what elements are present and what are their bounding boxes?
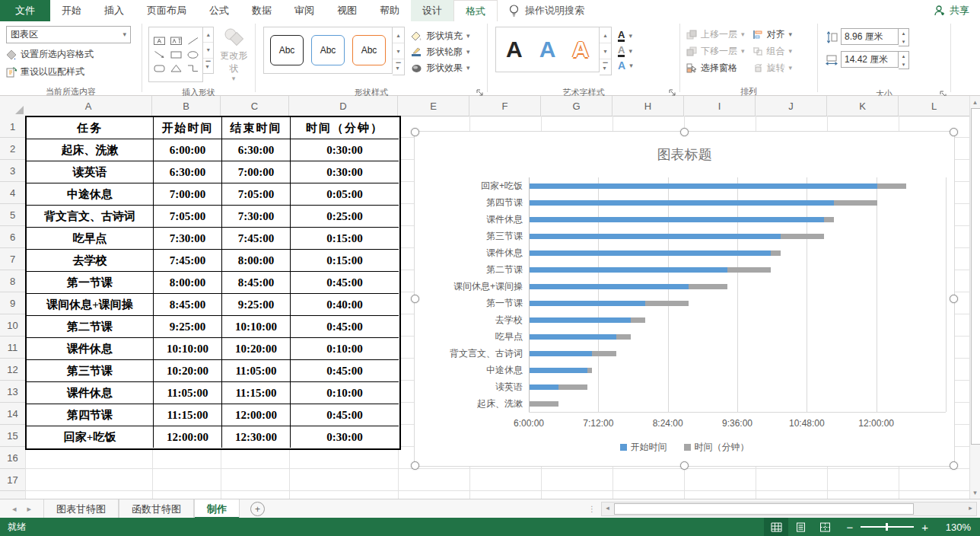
shape-height-stepper[interactable]: ▴▾: [899, 28, 909, 46]
gallery-up-icon[interactable]: ▴: [600, 27, 611, 43]
column-header-L[interactable]: L: [899, 96, 970, 116]
table-cell[interactable]: 8:45:00: [154, 294, 222, 316]
table-cell[interactable]: 0:15:00: [291, 250, 399, 272]
legend-item[interactable]: 开始时间: [620, 441, 667, 454]
bar-start-time[interactable]: [530, 351, 592, 356]
table-cell[interactable]: 6:30:00: [222, 139, 291, 161]
table-cell[interactable]: 11:15:00: [154, 404, 222, 426]
text-fill-button[interactable]: A ▾: [618, 30, 633, 42]
row-header-18[interactable]: 18: [0, 491, 26, 499]
table-header-cell[interactable]: 开始时间: [154, 117, 222, 139]
table-cell[interactable]: 12:00:00: [222, 404, 291, 426]
table-cell[interactable]: 背文言文、古诗词: [27, 206, 154, 228]
table-cell[interactable]: 0:30:00: [291, 426, 399, 448]
chart-title[interactable]: 图表标题: [415, 145, 954, 164]
gantt-chart-object[interactable]: 图表标题起床、洗漱读英语中途休息背文言文、古诗词吃早点去学校第一节课课间休息+课…: [414, 131, 955, 467]
shapes-gallery-scroll[interactable]: ▴ ▾ ▔▾: [203, 27, 214, 74]
scroll-left-icon[interactable]: ◂: [603, 504, 612, 512]
table-cell[interactable]: 回家+吃饭: [27, 426, 154, 448]
legend-item[interactable]: 时间（分钟）: [684, 441, 749, 454]
ribbon-tab-设计[interactable]: 设计: [411, 0, 453, 21]
bar-duration[interactable]: [592, 351, 616, 356]
insert-shape-vertical-textbox-icon[interactable]: [167, 34, 184, 48]
wordart-preset-1[interactable]: A: [498, 38, 530, 61]
table-cell[interactable]: 9:25:00: [154, 316, 222, 338]
column-header-J[interactable]: J: [756, 96, 827, 116]
insert-shape-textbox-icon[interactable]: [151, 34, 167, 48]
table-cell[interactable]: 8:00:00: [222, 250, 291, 272]
table-cell[interactable]: 0:10:00: [291, 382, 399, 404]
table-cell[interactable]: 0:45:00: [291, 316, 399, 338]
gallery-more-icon[interactable]: ▔▾: [393, 59, 404, 75]
chart-elements-dropdown[interactable]: 图表区 ▾: [6, 26, 131, 43]
bar-start-time[interactable]: [530, 217, 824, 222]
row-header-5[interactable]: 5: [0, 204, 26, 226]
table-cell[interactable]: 0:30:00: [291, 139, 399, 161]
vertical-scrollbar[interactable]: ▴ ▾: [969, 96, 980, 499]
chart-selection-handle[interactable]: [411, 295, 419, 303]
row-header-7[interactable]: 7: [0, 248, 26, 270]
bar-start-time[interactable]: [530, 250, 771, 256]
table-cell[interactable]: 10:20:00: [222, 338, 291, 360]
zoom-in-button[interactable]: +: [921, 522, 928, 533]
shape-style-preset-1[interactable]: Abc: [270, 35, 304, 65]
row-header-2[interactable]: 2: [0, 138, 26, 160]
gallery-down-icon[interactable]: ▾: [600, 43, 611, 59]
align-button[interactable]: 对齐▾: [752, 26, 793, 43]
table-cell[interactable]: 课间休息+课间操: [27, 294, 154, 316]
sheet-tab-函数甘特图[interactable]: 函数甘特图: [119, 499, 194, 518]
table-cell[interactable]: 中途休息: [27, 183, 154, 206]
table-header-cell[interactable]: 结束时间: [222, 117, 291, 139]
insert-shape-elbow-connector-icon[interactable]: [184, 62, 201, 75]
horizontal-scroll-thumb[interactable]: [614, 503, 914, 515]
zoom-slider-thumb[interactable]: [886, 523, 888, 531]
zoom-out-button[interactable]: −: [846, 522, 853, 533]
gallery-more-icon[interactable]: ▔▾: [203, 59, 213, 73]
chart-selection-handle[interactable]: [950, 128, 958, 136]
table-cell[interactable]: 去学校: [27, 250, 154, 272]
column-header-B[interactable]: B: [152, 96, 221, 116]
bar-duration[interactable]: [781, 234, 824, 239]
wordart-preset-2[interactable]: A: [532, 38, 564, 61]
tab-split-handle[interactable]: ⋮: [584, 499, 601, 518]
bar-duration[interactable]: [727, 267, 771, 273]
bar-duration[interactable]: [530, 401, 558, 407]
table-cell[interactable]: 0:45:00: [291, 272, 399, 294]
table-cell[interactable]: 读英语: [27, 161, 154, 183]
row-header-15[interactable]: 15: [0, 425, 26, 447]
row-header-3[interactable]: 3: [0, 160, 26, 182]
table-cell[interactable]: 7:00:00: [154, 183, 222, 206]
scroll-down-icon[interactable]: ▾: [970, 489, 980, 496]
page-break-view-button[interactable]: [813, 518, 837, 536]
column-header-H[interactable]: H: [612, 96, 684, 116]
table-cell[interactable]: 0:30:00: [291, 161, 399, 183]
table-cell[interactable]: 第一节课: [27, 272, 154, 294]
insert-shape-rectangle-icon[interactable]: [167, 48, 184, 62]
bar-start-time[interactable]: [530, 284, 689, 289]
bar-duration[interactable]: [877, 183, 906, 189]
ribbon-tab-视图[interactable]: 视图: [326, 0, 368, 21]
column-header-K[interactable]: K: [827, 96, 899, 116]
column-header-D[interactable]: D: [289, 96, 398, 116]
table-cell[interactable]: 10:20:00: [154, 360, 222, 382]
chart-selection-handle[interactable]: [411, 128, 419, 136]
row-header-17[interactable]: 17: [0, 469, 26, 491]
ribbon-tab-插入[interactable]: 插入: [93, 0, 135, 21]
table-cell[interactable]: 8:00:00: [154, 272, 222, 294]
row-header-4[interactable]: 4: [0, 182, 26, 204]
insert-shape-rounded-rectangle-icon[interactable]: [151, 62, 167, 75]
gallery-up-icon[interactable]: ▴: [203, 27, 213, 43]
bar-duration[interactable]: [587, 368, 592, 373]
table-cell[interactable]: 第四节课: [27, 404, 154, 426]
table-cell[interactable]: 0:40:00: [291, 294, 399, 316]
reset-to-match-style-button[interactable]: 重设以匹配样式: [6, 65, 135, 78]
gallery-up-icon[interactable]: ▴: [393, 27, 404, 43]
shape-width-stepper[interactable]: ▴▾: [899, 51, 909, 69]
row-header-11[interactable]: 11: [0, 337, 26, 359]
row-header-9[interactable]: 9: [0, 292, 26, 314]
bar-start-time[interactable]: [530, 183, 877, 189]
table-cell[interactable]: 7:30:00: [222, 206, 291, 228]
scroll-right-icon[interactable]: ▸: [966, 504, 975, 512]
table-cell[interactable]: 12:30:00: [222, 426, 291, 448]
table-cell[interactable]: 11:05:00: [154, 382, 222, 404]
